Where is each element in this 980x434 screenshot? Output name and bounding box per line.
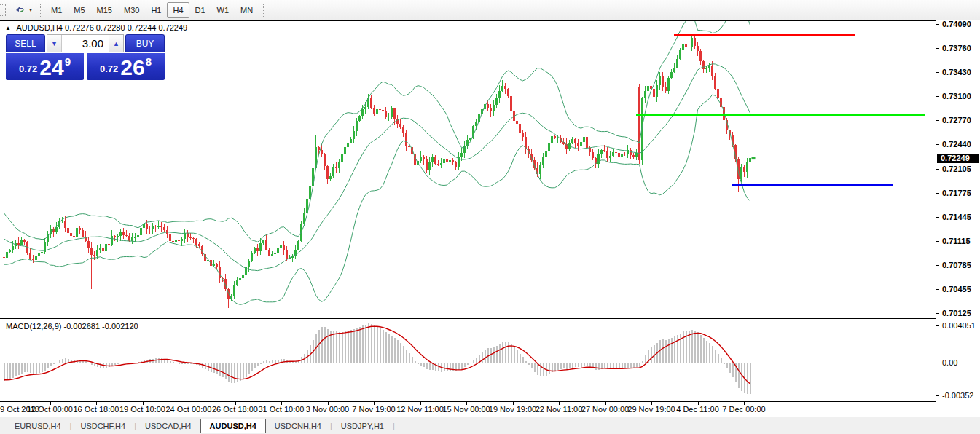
- time-axis-tick: [559, 402, 560, 405]
- toolbar-clipped-button[interactable]: [0, 4, 6, 16]
- sell-price-main: 24: [39, 58, 63, 78]
- buy-price-main: 26: [120, 58, 144, 78]
- time-axis-tick: [744, 402, 745, 405]
- macd-axis-label: 0.004051: [942, 321, 976, 330]
- time-axis-label: 7 Nov 19:00: [352, 405, 395, 414]
- time-axis-label: 15 Nov 00:00: [442, 405, 490, 414]
- timeframe-button-mn[interactable]: MN: [235, 2, 259, 18]
- price-axis[interactable]: 0.740900.737600.734300.731000.727700.724…: [936, 20, 980, 417]
- time-axis-label: 22 Nov 11:00: [536, 405, 583, 414]
- price-axis-label: 0.70785: [942, 261, 971, 269]
- chevron-down-icon: ▾: [29, 7, 32, 13]
- toolbar-grip[interactable]: [263, 4, 264, 17]
- time-axis-label: 3 Nov 00:00: [306, 405, 349, 414]
- time-axis-label: 29 Nov 19:00: [627, 405, 675, 414]
- time-axis-tick: [50, 402, 51, 405]
- time-axis-label: 31 Oct 10:00: [259, 405, 305, 414]
- collapse-panel-icon[interactable]: ▲: [5, 25, 11, 31]
- price-axis-tick: [936, 48, 939, 49]
- time-axis-tick: [4, 402, 4, 405]
- chart-title-text: AUDUSD,H4 0.72276 0.72280 0.72244 0.7224…: [16, 23, 187, 32]
- buy-price-display[interactable]: 0.72 26 8: [87, 53, 165, 80]
- buy-button[interactable]: BUY: [125, 34, 165, 52]
- time-axis-label: 26 Oct 18:00: [212, 405, 258, 414]
- lot-size-spinner: ▼ ▲: [47, 34, 124, 52]
- time-axis-label: 12 Oct 00:00: [27, 405, 73, 414]
- lot-increase-button[interactable]: ▲: [109, 35, 123, 52]
- macd-axis-tick: [936, 395, 939, 396]
- macd-axis-label: 0.00: [942, 358, 957, 367]
- time-axis-tick: [466, 402, 467, 405]
- time-axis-tick: [328, 402, 329, 405]
- chart-tab-usdjpy[interactable]: USDJPY,H1: [332, 419, 393, 433]
- time-axis-label: 12 Nov 11:00: [396, 405, 444, 414]
- time-axis-label: 27 Nov 00:00: [581, 405, 629, 414]
- price-axis-label: 0.73100: [942, 92, 971, 100]
- price-axis-label: 0.71445: [942, 213, 971, 221]
- timeframe-button-d1[interactable]: D1: [189, 2, 211, 18]
- mt4-window: ▾ M1M5M15M30H1H4D1W1MN ▲ AUDUSD,H4 0.722…: [0, 0, 980, 434]
- sell-price-display[interactable]: 0.72 24 9: [6, 53, 84, 80]
- timeframe-toolbar: M1M5M15M30H1H4D1W1MN: [45, 2, 259, 18]
- price-axis-label: 0.72770: [942, 116, 971, 125]
- time-axis-label: 7 Dec 00:00: [722, 405, 765, 414]
- time-axis-label: 4 Dec 11:00: [676, 405, 719, 414]
- price-axis-tick: [936, 144, 939, 145]
- timeframe-button-m15[interactable]: M15: [91, 2, 118, 18]
- time-axis-tick: [605, 402, 606, 405]
- time-axis-tick: [374, 402, 375, 405]
- chart-tab-eurusd[interactable]: EURUSD,H4: [6, 419, 70, 433]
- chart-title: ▲ AUDUSD,H4 0.72276 0.72280 0.72244 0.72…: [5, 23, 187, 32]
- buy-price-prefix: 0.72: [100, 63, 118, 74]
- price-axis-label: 0.71115: [942, 237, 971, 245]
- toolbar: ▾ M1M5M15M30H1H4D1W1MN: [0, 0, 980, 20]
- macd-axis-tick: [936, 326, 939, 326]
- macd-axis-label: -0.00352: [942, 391, 973, 400]
- timeframe-button-m1[interactable]: M1: [45, 2, 68, 18]
- price-axis-tick: [936, 169, 939, 170]
- time-axis[interactable]: 9 Oct 201812 Oct 00:0016 Oct 18:0019 Oct…: [0, 402, 936, 417]
- time-axis-tick: [281, 402, 282, 405]
- new-order-button[interactable]: ▾: [12, 2, 34, 18]
- lot-size-input[interactable]: [62, 35, 109, 52]
- tab-separator: |: [393, 422, 395, 430]
- sell-button[interactable]: SELL: [6, 34, 45, 52]
- time-axis-tick: [651, 402, 652, 405]
- timeframe-button-w1[interactable]: W1: [211, 2, 235, 18]
- price-axis-label: 0.72440: [942, 140, 971, 149]
- price-axis-label: 0.72105: [942, 165, 971, 173]
- time-axis-tick: [189, 402, 189, 405]
- timeframe-button-h1[interactable]: H1: [145, 2, 167, 18]
- chart-tab-audusd[interactable]: AUDUSD,H4: [200, 419, 266, 433]
- price-axis-label: 0.70455: [942, 285, 971, 293]
- macd-canvas[interactable]: [0, 320, 936, 401]
- timeframe-button-h4[interactable]: H4: [167, 2, 189, 18]
- time-axis-label: 16 Oct 18:00: [74, 405, 119, 414]
- chart-tab-usdchf[interactable]: USDCHF,H4: [71, 419, 134, 433]
- sell-price-pip: 9: [65, 55, 71, 68]
- toolbar-grip[interactable]: [40, 4, 41, 17]
- chart-tab-usdcad[interactable]: USDCAD,H4: [136, 419, 200, 433]
- timeframe-button-m5[interactable]: M5: [68, 2, 90, 18]
- price-axis-tick: [936, 265, 939, 266]
- price-axis-tick: [936, 313, 939, 314]
- time-axis-tick: [513, 402, 514, 405]
- sell-price-prefix: 0.72: [19, 63, 37, 74]
- price-axis-tick: [936, 241, 939, 242]
- price-axis-label: 0.73430: [942, 68, 971, 76]
- time-axis-tick: [143, 402, 144, 405]
- price-axis-tick: [936, 120, 939, 121]
- price-axis-tick: [936, 24, 939, 25]
- time-axis-tick: [96, 402, 97, 405]
- chart-tab-usdcnh[interactable]: USDCNH,H4: [266, 419, 330, 433]
- buy-price-pip: 8: [146, 55, 152, 68]
- macd-axis-tick: [936, 363, 939, 363]
- timeframe-button-m30[interactable]: M30: [118, 2, 145, 18]
- chart-tab-bar: EURUSD,H4|USDCHF,H4|USDCAD,H4AUDUSD,H4US…: [0, 417, 980, 434]
- current-price-label: 0.72249: [937, 154, 979, 163]
- time-axis-label: 19 Oct 10:00: [119, 405, 165, 414]
- price-axis-label: 0.73760: [942, 44, 971, 52]
- price-axis-tick: [936, 217, 939, 218]
- trade-arrows-icon: [14, 4, 27, 17]
- lot-decrease-button[interactable]: ▼: [47, 35, 62, 52]
